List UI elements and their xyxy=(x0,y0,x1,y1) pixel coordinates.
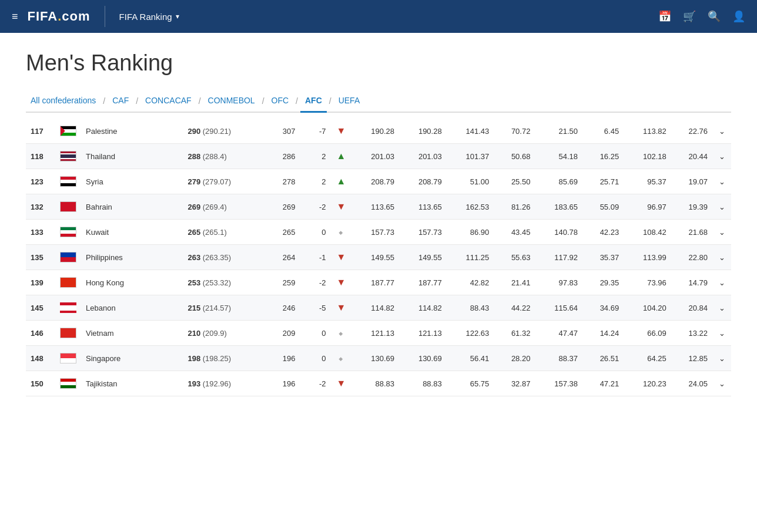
change: -7 xyxy=(300,119,330,144)
country-flag xyxy=(60,151,76,161)
arrow-down-icon: ▼ xyxy=(337,277,346,287)
prev-points: 209 xyxy=(259,321,300,346)
country-name[interactable]: Lebanon xyxy=(81,295,183,321)
expand-row-button[interactable]: ⌄ xyxy=(712,371,731,396)
stat-1: 130.69 xyxy=(351,346,399,371)
stat-6: 16.25 xyxy=(582,144,624,169)
tab-conmebol[interactable]: CONMEBOL xyxy=(203,90,260,113)
expand-row-button[interactable]: ⌄ xyxy=(712,144,731,169)
direction-arrow: ▼ xyxy=(330,119,351,144)
expand-row-button[interactable]: ⌄ xyxy=(712,119,731,144)
stat-7: 113.99 xyxy=(624,245,671,270)
stat-7: 64.25 xyxy=(624,346,671,371)
expand-row-button[interactable]: ⌄ xyxy=(712,245,731,270)
arrow-neutral-icon: ⬥ xyxy=(338,353,344,363)
expand-row-button[interactable]: ⌄ xyxy=(712,169,731,194)
tab-ofc[interactable]: OFC xyxy=(267,90,294,113)
expand-row-button[interactable]: ⌄ xyxy=(712,220,731,245)
tab-all-confederations[interactable]: All confederations xyxy=(26,90,101,113)
expand-row-button[interactable]: ⌄ xyxy=(712,295,731,321)
user-icon[interactable]: 👤 xyxy=(732,10,745,23)
search-icon[interactable]: 🔍 xyxy=(708,10,721,23)
points-detail: (209.9) xyxy=(203,329,227,338)
stat-6: 14.24 xyxy=(582,321,624,346)
stat-8: 14.79 xyxy=(671,270,712,295)
stat-6: 35.37 xyxy=(582,245,624,270)
fifa-ranking-nav[interactable]: FIFA Ranking ▾ xyxy=(119,12,179,22)
prev-points: 196 xyxy=(259,346,300,371)
stat-8: 20.84 xyxy=(671,295,712,321)
stat-5: 54.18 xyxy=(535,144,582,169)
tab-afc[interactable]: AFC xyxy=(300,90,327,113)
stat-8: 20.44 xyxy=(671,144,712,169)
stat-7: 113.82 xyxy=(624,119,671,144)
stat-7: 95.37 xyxy=(624,169,671,194)
stat-2: 130.69 xyxy=(399,346,447,371)
stat-4: 55.63 xyxy=(494,245,535,270)
menu-icon[interactable]: ≡ xyxy=(12,11,18,23)
rank: 135 xyxy=(26,245,55,270)
page-content: Men's Ranking All confederations / CAF /… xyxy=(14,33,743,408)
country-name[interactable]: Vietnam xyxy=(81,321,183,346)
stat-4: 25.50 xyxy=(494,169,535,194)
country-name[interactable]: Palestine xyxy=(81,119,183,144)
tab-concacaf[interactable]: CONCACAF xyxy=(140,90,196,113)
points: 290 (290.21) xyxy=(183,119,259,144)
direction-arrow: ▼ xyxy=(330,245,351,270)
country-name[interactable]: Tajikistan xyxy=(81,371,183,396)
flag xyxy=(55,346,81,371)
stat-1: 190.28 xyxy=(351,119,399,144)
country-name[interactable]: Kuwait xyxy=(81,220,183,245)
country-name[interactable]: Syria xyxy=(81,169,183,194)
expand-row-button[interactable]: ⌄ xyxy=(712,321,731,346)
stat-8: 19.39 xyxy=(671,194,712,220)
stat-3: 101.37 xyxy=(447,144,494,169)
tab-uefa[interactable]: UEFA xyxy=(334,90,365,113)
points-detail: (279.07) xyxy=(203,177,231,186)
points: 253 (253.32) xyxy=(183,270,259,295)
expand-row-button[interactable]: ⌄ xyxy=(712,194,731,220)
country-flag xyxy=(60,353,76,363)
stat-4: 44.22 xyxy=(494,295,535,321)
prev-points: 246 xyxy=(259,295,300,321)
rank: 132 xyxy=(26,194,55,220)
stat-2: 113.65 xyxy=(399,194,447,220)
points-detail: (253.32) xyxy=(203,278,231,287)
direction-arrow: ▲ xyxy=(330,169,351,194)
change: 0 xyxy=(300,220,330,245)
stat-8: 22.76 xyxy=(671,119,712,144)
stat-5: 117.92 xyxy=(535,245,582,270)
direction-arrow: ▼ xyxy=(330,194,351,220)
stat-7: 66.09 xyxy=(624,321,671,346)
cart-icon[interactable]: 🛒 xyxy=(683,10,696,23)
expand-row-button[interactable]: ⌄ xyxy=(712,270,731,295)
country-name[interactable]: Singapore xyxy=(81,346,183,371)
country-name[interactable]: Bahrain xyxy=(81,194,183,220)
stat-2: 88.83 xyxy=(399,371,447,396)
flag xyxy=(55,321,81,346)
rank: 139 xyxy=(26,270,55,295)
confederation-tabs: All confederations / CAF / CONCACAF / CO… xyxy=(26,90,731,113)
stat-3: 162.53 xyxy=(447,194,494,220)
country-flag xyxy=(60,176,76,187)
country-flag xyxy=(60,328,76,338)
flag xyxy=(55,169,81,194)
change: -2 xyxy=(300,194,330,220)
arrow-down-icon: ▼ xyxy=(337,126,346,136)
stat-5: 115.64 xyxy=(535,295,582,321)
direction-arrow: ▲ xyxy=(330,144,351,169)
country-flag xyxy=(60,126,76,136)
stat-8: 22.80 xyxy=(671,245,712,270)
country-flag xyxy=(60,302,76,313)
expand-row-button[interactable]: ⌄ xyxy=(712,346,731,371)
stat-1: 187.77 xyxy=(351,270,399,295)
table-row: 133 Kuwait 265 (265.1) 265 0 ⬥ 157.73 15… xyxy=(26,220,731,245)
country-name[interactable]: Hong Kong xyxy=(81,270,183,295)
stat-1: 114.82 xyxy=(351,295,399,321)
tab-caf[interactable]: CAF xyxy=(108,90,133,113)
country-name[interactable]: Philippines xyxy=(81,245,183,270)
points: 269 (269.4) xyxy=(183,194,259,220)
stat-2: 149.55 xyxy=(399,245,447,270)
country-name[interactable]: Thailand xyxy=(81,144,183,169)
calendar-icon[interactable]: 📅 xyxy=(658,10,671,23)
